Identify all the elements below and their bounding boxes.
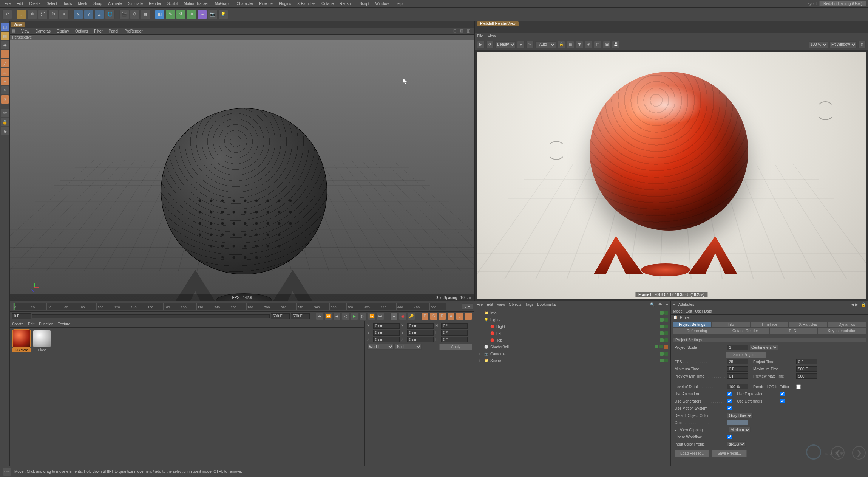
coord-system[interactable]: 🌐 xyxy=(105,9,115,19)
play-nextframe[interactable]: ▷ xyxy=(359,313,367,320)
vis-editor[interactable] xyxy=(660,359,664,362)
om-edit[interactable]: Edit xyxy=(487,302,493,307)
coord-H-rot[interactable] xyxy=(441,323,468,329)
rv-settings-icon[interactable]: ⚙ xyxy=(858,41,866,48)
play-prevframe[interactable]: ◀ xyxy=(333,313,341,320)
vis-editor[interactable] xyxy=(655,345,658,348)
input-prevmax[interactable] xyxy=(796,373,817,379)
menu-mograph[interactable]: MoGraph xyxy=(212,0,234,8)
next-slide[interactable]: ❯ xyxy=(852,446,866,460)
frame-end-b[interactable] xyxy=(291,313,310,319)
coord-Z-pos[interactable] xyxy=(373,337,400,342)
material-tag[interactable] xyxy=(664,345,668,349)
menu-simulate[interactable]: Simulate xyxy=(125,0,146,8)
vp-display[interactable]: Display xyxy=(54,29,71,33)
menu-help[interactable]: Help xyxy=(392,0,406,8)
input-prevmin[interactable] xyxy=(727,373,748,379)
coord-Z-size[interactable] xyxy=(407,337,434,342)
menu-select[interactable]: Select xyxy=(43,0,60,8)
tab-to-do[interactable]: To Do xyxy=(770,328,817,334)
om-filter-icon[interactable]: 👁 xyxy=(658,302,662,307)
workplane-mode[interactable]: ◈ xyxy=(1,41,9,49)
menu-create[interactable]: Create xyxy=(26,0,43,8)
key-fcurve[interactable]: 〰 xyxy=(465,313,472,320)
coord-apply[interactable]: Apply xyxy=(439,344,472,350)
vis-render[interactable] xyxy=(664,352,668,356)
key-pla[interactable]: ⋮ xyxy=(456,313,463,320)
vis-editor[interactable] xyxy=(660,318,664,322)
menu-script[interactable]: Script xyxy=(357,0,372,8)
mat-function[interactable]: Function xyxy=(39,322,53,326)
coord-B-rot[interactable] xyxy=(441,337,468,342)
mat-edit[interactable]: Edit xyxy=(28,322,34,326)
scale-tool[interactable]: ⛶ xyxy=(38,9,48,19)
menu-xparticles[interactable]: X-Particles xyxy=(294,0,318,8)
tree-top[interactable]: 🔴Top xyxy=(474,337,670,344)
vis-render[interactable] xyxy=(664,338,668,342)
rv-sun-icon[interactable]: ☀ xyxy=(585,41,592,48)
vp-options[interactable]: Options xyxy=(73,29,90,33)
frame-slider[interactable] xyxy=(32,314,270,318)
play-reverse[interactable]: ◁ xyxy=(342,313,349,320)
vis-render[interactable] xyxy=(664,325,668,328)
mat-texture[interactable]: Texture xyxy=(58,322,71,326)
coord-X-size[interactable] xyxy=(407,323,434,329)
tab-project-settings[interactable]: Project Settings xyxy=(673,322,711,327)
key-param[interactable]: A xyxy=(447,313,455,320)
material-floor[interactable]: Floor xyxy=(32,330,51,475)
rv-auto-select[interactable]: - Auto - xyxy=(535,41,556,48)
rotate-tool[interactable]: ↻ xyxy=(48,9,58,19)
attr-userdata[interactable]: User Data xyxy=(695,309,712,313)
coord-Y-size[interactable] xyxy=(407,330,434,336)
tab-referencing[interactable]: Referencing xyxy=(673,328,721,334)
render-region[interactable]: ▦ xyxy=(141,9,150,19)
material-swatch-2[interactable] xyxy=(33,330,51,347)
tab-octane-render[interactable]: Octane Render xyxy=(721,328,769,334)
scale-project-button[interactable]: Scale Project... xyxy=(726,352,766,358)
play-first[interactable]: ⏮ xyxy=(316,313,323,320)
render-frame[interactable]: 🎬 xyxy=(119,9,129,19)
play-last[interactable]: ⏭ xyxy=(377,313,384,320)
locator-icon[interactable]: ⊕ xyxy=(1,127,9,135)
texture-mode[interactable]: ▦ xyxy=(1,32,9,40)
play-forward[interactable]: ▶ xyxy=(351,313,358,320)
input-lod[interactable] xyxy=(727,384,748,389)
menu-render[interactable]: Render xyxy=(146,0,164,8)
menu-animate[interactable]: Animate xyxy=(105,0,125,8)
vp-min-icon[interactable]: ⊟ xyxy=(453,29,459,34)
timeline[interactable]: 0204060801001201401601802002202402602803… xyxy=(10,301,474,312)
rv-channel-select[interactable]: Beauty xyxy=(495,41,516,48)
menu-pipeline[interactable]: Pipeline xyxy=(256,0,276,8)
menu-tools[interactable]: Tools xyxy=(60,0,75,8)
coord-scale[interactable]: Scale xyxy=(395,344,422,350)
coord-Y-pos[interactable] xyxy=(373,330,400,336)
add-spline[interactable]: ✎ xyxy=(165,9,175,19)
edge-mode[interactable]: ╱ xyxy=(1,59,9,67)
tab-dynamics[interactable]: Dynamics xyxy=(828,322,866,327)
rv-crop-icon[interactable]: ✂ xyxy=(526,41,534,48)
coord-world[interactable]: World xyxy=(367,344,394,350)
shaderball-wireframe[interactable] xyxy=(142,108,346,301)
load-preset-button[interactable]: Load Preset... xyxy=(675,450,709,457)
menu-redshift[interactable]: Redshift xyxy=(337,0,357,8)
check-usemotion[interactable] xyxy=(727,406,732,410)
tree-shaderball[interactable]: ⚪ShaderBall xyxy=(474,344,670,350)
check-usedef[interactable] xyxy=(780,399,785,403)
select-projscale-unit[interactable]: Centimeters xyxy=(749,345,778,350)
vis-editor[interactable] xyxy=(660,331,664,335)
rv-view[interactable]: View xyxy=(488,34,496,38)
record-icon[interactable]: ● xyxy=(390,313,398,320)
vp-cameras[interactable]: Cameras xyxy=(33,29,53,33)
attr-nav-icon[interactable]: ◀ ▶ xyxy=(851,302,858,307)
render-canvas[interactable]: Frame 0: 2018-07-12 18:35:05 (18.25s) xyxy=(475,50,868,301)
play-prevkey[interactable]: ⏪ xyxy=(324,313,332,320)
check-useanim[interactable] xyxy=(727,392,732,396)
color-swatch[interactable] xyxy=(727,420,748,425)
check-usegen[interactable] xyxy=(727,399,732,403)
key-pos[interactable]: P xyxy=(421,313,429,320)
rv-bucket-icon[interactable]: ✱ xyxy=(576,41,583,48)
rv-save-icon[interactable]: 💾 xyxy=(612,41,619,48)
rv-ipr-icon[interactable]: ● xyxy=(517,41,525,48)
input-projtime[interactable] xyxy=(796,359,817,364)
rv-stop-button[interactable]: ⟳ xyxy=(486,41,494,48)
